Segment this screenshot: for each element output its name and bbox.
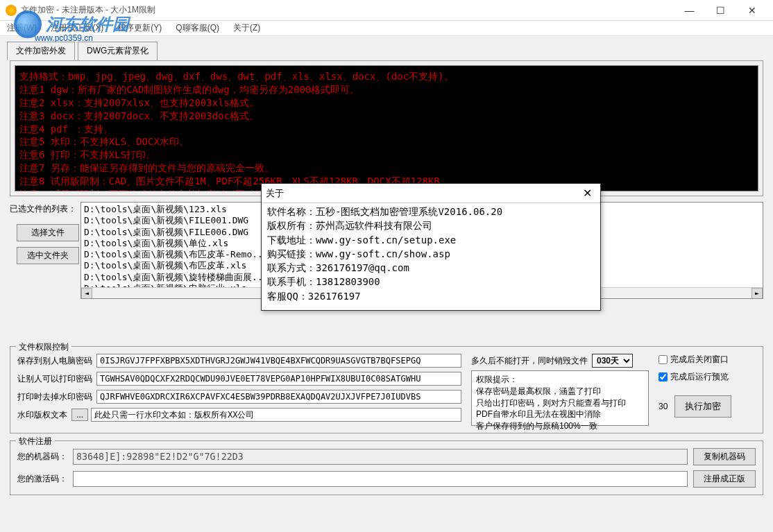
activate-code-input[interactable] [73, 471, 688, 487]
menu-refresh[interactable]: 程序更新(Y) [114, 21, 164, 35]
about-dialog: 关于 ✕ 软件名称：五秒-图纸文档加密管理系统V2016.06.20 版权所有：… [261, 183, 601, 311]
execute-encrypt-button[interactable]: 执行加密 [674, 395, 731, 418]
maximize-button[interactable]: ☐ [705, 0, 736, 21]
preview-after-checkbox[interactable] [659, 372, 668, 381]
preview-after-label: 完成后运行预览 [670, 371, 729, 383]
machine-code-input[interactable] [73, 449, 688, 465]
permission-hint-box: 权限提示： 保存密码是最高权限，涵盖了打印 只给出打印密码，则对方只能查看与打印… [471, 370, 649, 426]
activate-code-label: 您的激活码： [17, 473, 67, 485]
app-icon [6, 5, 17, 16]
tab-file-encrypt[interactable]: 文件加密外发 [7, 42, 75, 60]
menu-about[interactable]: 关于(Z) [230, 21, 263, 35]
about-dialog-title: 关于 [266, 187, 284, 200]
nowm-pwd-input[interactable] [96, 390, 461, 404]
scroll-right-icon[interactable]: ► [751, 288, 763, 299]
close-button[interactable]: ✕ [736, 0, 767, 21]
nowm-pwd-label: 打印时去掉水印密码 [17, 391, 92, 403]
save-pwd-input[interactable] [96, 354, 461, 368]
select-folder-button[interactable]: 选中文件夹 [17, 247, 79, 264]
destroy-days-select[interactable]: 030天 [592, 354, 633, 368]
copy-machine-code-button[interactable]: 复制机器码 [693, 448, 756, 465]
minimize-button[interactable]: — [674, 0, 705, 21]
save-pwd-label: 保存到别人电脑密码 [17, 355, 92, 367]
print-pwd-input[interactable] [96, 372, 461, 386]
tab-dwg-background[interactable]: DWG元素背景化 [78, 42, 158, 60]
destroy-label: 多久后不能打开，同时销毁文件 [471, 355, 588, 367]
watermark-text-label: 水印版权文本 [17, 409, 67, 421]
watermark-browse-button[interactable]: ... [71, 409, 88, 421]
window-title: 文件加密 - 未注册版本 - 大小1M限制 [21, 4, 155, 16]
watermark-text-input[interactable] [91, 408, 461, 422]
machine-code-label: 您的机器码： [17, 451, 67, 463]
about-dialog-body: 软件名称：五秒-图纸文档加密管理系统V2016.06.20 版权所有：苏州高远软… [262, 203, 600, 310]
menu-q-service[interactable]: Q聊客服(Q) [173, 21, 222, 35]
about-close-button[interactable]: ✕ [579, 187, 596, 200]
notice-panel: 支持格式：bmp、jpg、jpeg、dwg、dxf、dws、dwt、pdf、xl… [15, 65, 758, 191]
registration-title: 软件注册 [16, 436, 55, 447]
close-after-label: 完成后关闭窗口 [670, 354, 729, 366]
count-label: 30 [659, 402, 668, 411]
select-file-button[interactable]: 选择文件 [17, 224, 79, 241]
permission-title: 文件权限控制 [16, 341, 71, 353]
print-pwd-label: 让别人可以打印密码 [17, 373, 92, 385]
scroll-left-icon[interactable]: ◄ [81, 288, 92, 299]
close-after-checkbox[interactable] [659, 355, 668, 364]
register-genuine-button[interactable]: 注册成正版 [693, 470, 756, 488]
